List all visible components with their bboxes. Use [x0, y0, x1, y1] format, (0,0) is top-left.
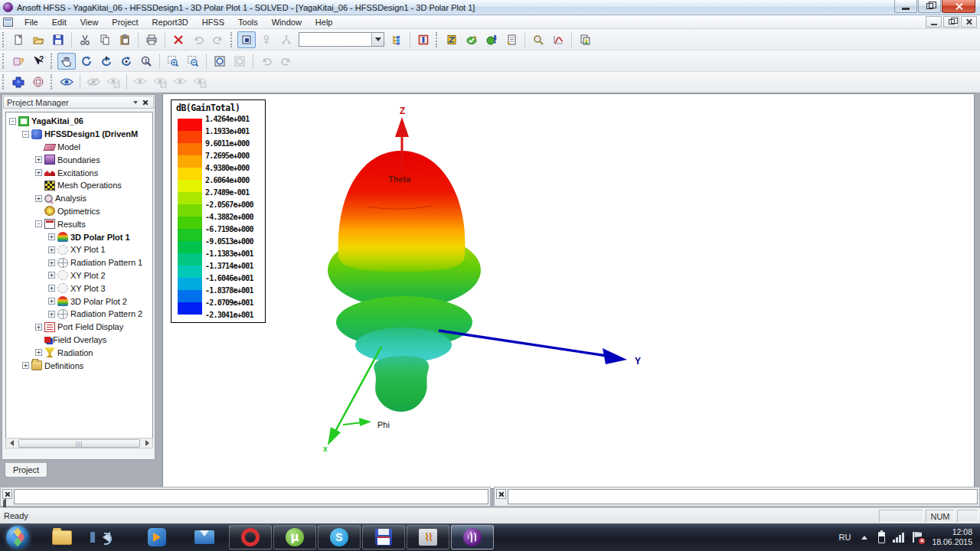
restore-button[interactable]: [918, 0, 941, 13]
field-solution-button[interactable]: [529, 31, 547, 48]
action-center-icon[interactable]: ✕: [913, 532, 923, 543]
toolbar-grip[interactable]: [51, 54, 54, 69]
taskbar-save-tool[interactable]: [362, 525, 405, 549]
redo-view-button[interactable]: [277, 53, 296, 70]
collapse-expander[interactable]: -: [35, 220, 42, 227]
expand-expander[interactable]: +: [35, 169, 42, 176]
undo-view-button[interactable]: [257, 53, 276, 70]
analyze-all-button[interactable]: [482, 31, 501, 48]
tree-item[interactable]: Optimetrics: [6, 205, 152, 218]
hide-selection-button[interactable]: [84, 73, 103, 90]
validate-button[interactable]: [462, 31, 481, 48]
cut-button[interactable]: [76, 31, 94, 48]
fit-selection-button[interactable]: [230, 53, 249, 70]
expand-expander[interactable]: +: [48, 272, 55, 279]
delete-button[interactable]: [169, 31, 188, 48]
taskbar-mail[interactable]: [191, 526, 217, 549]
expand-expander[interactable]: +: [35, 324, 42, 331]
project-tab[interactable]: Project: [5, 463, 47, 478]
tree-item[interactable]: +Radiation Pattern 1: [6, 256, 152, 269]
tree-item[interactable]: Model: [6, 141, 152, 154]
tree-item[interactable]: +Definitions: [6, 359, 152, 372]
toolbar-grip[interactable]: [2, 54, 6, 69]
expand-expander[interactable]: +: [22, 362, 29, 369]
tree-item[interactable]: +3D Polar Plot 2: [6, 295, 152, 308]
tree-item[interactable]: +XY Plot 3: [6, 282, 152, 295]
toolbar-grip[interactable]: [51, 74, 54, 90]
panel-close-button[interactable]: [140, 97, 150, 107]
open-button[interactable]: [29, 31, 47, 48]
taskbar-volume-mixer[interactable]: [96, 526, 122, 549]
collapse-expander[interactable]: -: [9, 118, 16, 125]
fit-all-button[interactable]: [211, 53, 229, 70]
expand-expander[interactable]: +: [48, 259, 55, 266]
visibility-option-4-button[interactable]: [191, 73, 209, 90]
panel-menu-button[interactable]: [130, 97, 140, 107]
mdi-minimize-button[interactable]: [926, 16, 942, 28]
expand-expander[interactable]: +: [35, 349, 42, 356]
project-tree-hscrollbar[interactable]: |||: [5, 438, 153, 448]
zoom-out-region-button[interactable]: [184, 53, 202, 70]
copy-button[interactable]: [96, 31, 114, 48]
visibility-option-2-button[interactable]: [151, 73, 169, 90]
tree-item[interactable]: +XY Plot 2: [6, 269, 152, 282]
expand-expander[interactable]: +: [48, 233, 55, 240]
network-signal-icon[interactable]: [893, 533, 905, 543]
tree-item[interactable]: +3D Polar Plot 1: [6, 230, 152, 243]
menu-help[interactable]: Help: [309, 16, 340, 28]
minimize-button[interactable]: [894, 0, 917, 13]
close-button[interactable]: [942, 0, 975, 13]
taskbar-coil-app[interactable]: ⌇⌇: [407, 525, 449, 549]
show-hidden-icons-button[interactable]: [861, 536, 867, 540]
sheets-mode-button[interactable]: [257, 31, 276, 48]
mdi-close-button[interactable]: [961, 16, 977, 28]
save-button[interactable]: [49, 31, 67, 48]
toolbar-grip[interactable]: [436, 32, 439, 47]
port-field-button[interactable]: [414, 31, 433, 48]
menu-report3d[interactable]: Report3D: [145, 16, 195, 28]
mdi-document-icon[interactable]: [3, 18, 13, 27]
taskbar-skype[interactable]: S: [318, 525, 361, 549]
language-indicator[interactable]: RU: [839, 533, 851, 542]
menu-file[interactable]: File: [18, 16, 45, 28]
toolbar-grip[interactable]: [230, 32, 234, 47]
copy-image-button[interactable]: [576, 31, 594, 48]
tree-item[interactable]: +Excitations: [6, 166, 152, 179]
model-tree-button[interactable]: [387, 31, 406, 48]
project-tree[interactable]: -YagaKitai_06-HFSSDesign1 (DrivenMModel+…: [5, 112, 153, 446]
taskbar-opera[interactable]: [229, 525, 272, 549]
selection-combobox[interactable]: [299, 32, 384, 47]
visibility-option-1-button[interactable]: [131, 73, 149, 90]
solids-mode-button[interactable]: [237, 31, 256, 48]
mdi-restore-button[interactable]: [943, 16, 959, 28]
help-topics-button[interactable]: ?: [9, 53, 28, 70]
tree-item[interactable]: Field Overlays: [6, 334, 152, 347]
tree-item[interactable]: -Results: [6, 217, 152, 230]
print-button[interactable]: [142, 31, 161, 48]
combobox-dropdown-button[interactable]: [371, 33, 384, 46]
expand-expander[interactable]: +: [48, 285, 55, 292]
paste-button[interactable]: [116, 31, 134, 48]
tree-item[interactable]: +Radiation: [6, 346, 152, 359]
visibility-option-3-button[interactable]: [171, 73, 189, 90]
menu-edit[interactable]: Edit: [45, 16, 74, 28]
project-manager-header[interactable]: Project Manager: [3, 96, 154, 109]
rotate-model-button[interactable]: [77, 53, 96, 70]
taskbar-explorer[interactable]: [49, 526, 75, 549]
selection-combobox-value[interactable]: [299, 33, 371, 46]
boundary-display-button[interactable]: [443, 31, 461, 48]
menu-hfss[interactable]: HFSS: [195, 16, 231, 28]
menu-view[interactable]: View: [74, 16, 106, 28]
tree-item[interactable]: +Radiation Pattern 2: [6, 308, 152, 321]
pan-button[interactable]: [57, 53, 76, 70]
tree-item[interactable]: +Port Field Display: [6, 321, 152, 334]
tree-item[interactable]: +Boundaries: [6, 153, 152, 166]
collapse-expander[interactable]: -: [22, 131, 29, 138]
toolbar-grip[interactable]: [2, 74, 6, 90]
show-selection-button[interactable]: [104, 73, 122, 90]
radiation-sphere-button[interactable]: [29, 73, 47, 90]
taskbar-ansoft-hfss[interactable]: [451, 525, 494, 549]
plot-canvas[interactable]: dB(GainTotal) 1.4264e+0011.1933e+0019.60…: [162, 93, 975, 489]
show-all-button[interactable]: [57, 73, 76, 90]
expand-expander[interactable]: +: [48, 298, 55, 305]
